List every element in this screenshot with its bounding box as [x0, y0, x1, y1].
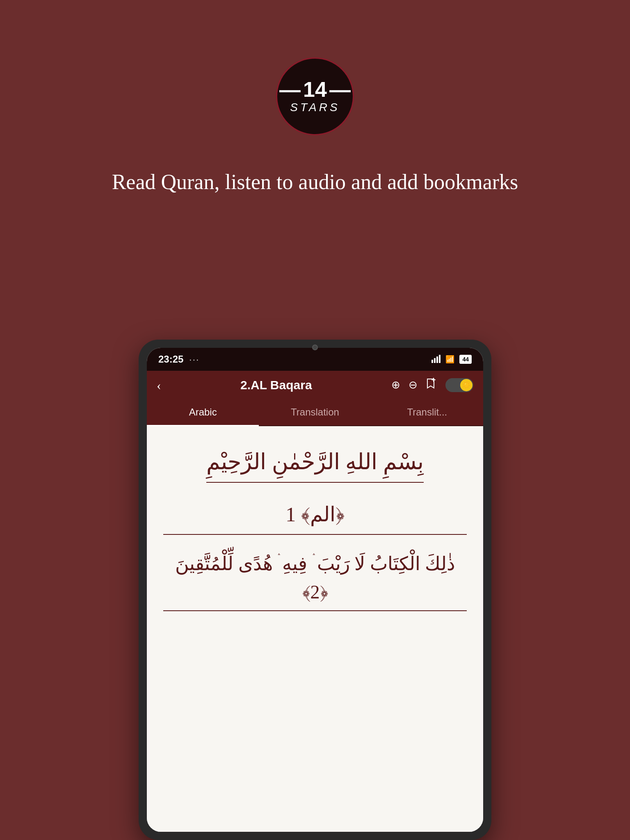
battery-icon: 44	[459, 355, 472, 364]
tab-transliteration[interactable]: Translit...	[371, 399, 483, 425]
logo-container: — 14 — STARS	[0, 0, 630, 135]
bookmark-add-icon[interactable]	[426, 377, 437, 393]
logo-stars-text: STARS	[290, 101, 340, 114]
tabs-bar: Arabic Translation Translit...	[147, 399, 483, 426]
quran-content-area: بِسْمِ اللهِ الرَّحْمٰنِ الرَّحِيْمِ ﴿ال…	[147, 426, 483, 832]
logo-dash-left: —	[279, 79, 301, 100]
zoom-in-icon[interactable]: ⊕	[391, 379, 400, 391]
tablet-device: 23:25 ··· 📶 44	[139, 340, 491, 840]
theme-toggle[interactable]: ☀️	[445, 378, 473, 392]
status-bar-right: 📶 44	[431, 355, 472, 364]
app-header: ‹ 2.AL Baqara ⊕ ⊖ ☀️	[147, 371, 483, 399]
app-logo: — 14 — STARS	[276, 57, 354, 135]
tab-arabic[interactable]: Arabic	[147, 399, 259, 425]
zoom-out-icon[interactable]: ⊖	[409, 379, 418, 391]
status-time: 23:25	[158, 354, 183, 365]
app-tagline: Read Quran, listen to audio and add book…	[0, 135, 630, 221]
tab-translation[interactable]: Translation	[259, 399, 371, 425]
status-bar-left: 23:25 ···	[158, 354, 200, 365]
tablet-screen: 23:25 ··· 📶 44	[147, 348, 483, 832]
bismillah-text: بِسْمِ اللهِ الرَّحْمٰنِ الرَّحِيْمِ	[206, 447, 424, 483]
logo-number: — 14 —	[279, 79, 351, 100]
signal-icon	[431, 356, 441, 363]
status-bar: 23:25 ··· 📶 44	[147, 348, 483, 371]
back-button[interactable]: ‹	[157, 379, 161, 392]
tablet-camera	[312, 345, 318, 350]
wifi-icon: 📶	[445, 355, 454, 364]
verse-1: ﴿الم﴾ 1	[163, 499, 467, 535]
status-dots: ···	[189, 355, 200, 364]
logo-dash-right: —	[329, 79, 351, 100]
header-icons: ⊕ ⊖ ☀️	[391, 377, 473, 393]
page-background: — 14 — STARS Read Quran, listen to audio…	[0, 0, 630, 840]
tablet-wrapper: 23:25 ··· 📶 44	[0, 340, 630, 840]
toggle-knob: ☀️	[460, 379, 472, 391]
verse-2: ذٰلِكَ الْكِتَابُ لَا رَيْبَ ۛ فِيهِ ۛ ه…	[163, 550, 467, 611]
surah-title: 2.AL Baqara	[171, 378, 381, 392]
